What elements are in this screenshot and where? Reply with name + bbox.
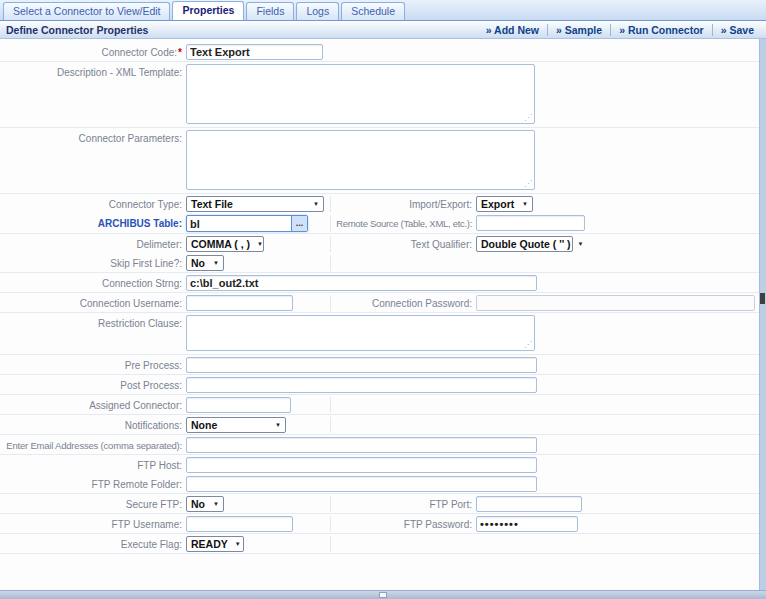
ftp-username-input[interactable] <box>186 516 293 532</box>
empty-cell <box>330 536 476 552</box>
run-connector-button[interactable]: » Run Connector <box>611 24 712 36</box>
tab-schedule[interactable]: Schedule <box>341 2 405 20</box>
ftp-port-label: FTP Port: <box>330 496 476 512</box>
save-button[interactable]: » Save <box>713 24 762 36</box>
restriction-clause-textarea[interactable] <box>186 315 535 351</box>
resize-grip-icon[interactable]: ⋰ <box>524 180 532 188</box>
tab-properties[interactable]: Properties <box>172 1 244 20</box>
description-label: Description - XML Template: <box>0 64 186 126</box>
post-process-input[interactable] <box>186 377 537 393</box>
connector-code-input[interactable] <box>186 44 323 60</box>
ftp-remote-folder-input[interactable] <box>186 476 537 492</box>
row-connection-string: Connection Strng: <box>0 273 766 293</box>
add-new-button[interactable]: » Add New <box>478 24 547 36</box>
toolbar-actions: » Add New » Sample » Run Connector » Sav… <box>478 21 762 38</box>
panel-title: Define Connector Properties <box>4 24 148 36</box>
row-delimeter: Delimeter: COMMA ( , ) ▼ Text Qualifier:… <box>0 234 766 253</box>
ftp-host-input[interactable] <box>186 457 537 473</box>
connection-username-input[interactable] <box>186 295 293 311</box>
notifications-select[interactable]: None ▼ <box>186 417 286 433</box>
assigned-connector-label: Assigned Connector: <box>0 397 186 413</box>
ftp-remote-folder-label: FTP Remote Folder: <box>0 476 186 492</box>
dropdown-arrow-icon: ▼ <box>213 501 219 507</box>
connector-code-label: Connector Code:* <box>0 44 186 60</box>
dropdown-arrow-icon: ▼ <box>235 541 241 547</box>
import-export-select[interactable]: Export ▼ <box>476 196 533 212</box>
post-process-label: Post Process: <box>0 377 186 393</box>
email-addresses-input[interactable] <box>186 437 537 453</box>
row-connector-parameters: Connector Parameters: ⋰ <box>0 128 766 194</box>
ftp-username-label: FTP Username: <box>0 516 186 532</box>
empty-cell <box>330 397 476 413</box>
pre-process-label: Pre Process: <box>0 357 186 373</box>
vertical-scrollbar[interactable] <box>759 39 766 590</box>
delimeter-label: Delimeter: <box>0 236 186 252</box>
tab-fields[interactable]: Fields <box>246 2 294 20</box>
remote-source-label: Remote Source (Table, XML, etc.): <box>330 215 476 232</box>
assigned-connector-input[interactable] <box>186 397 291 413</box>
row-ftp-credentials: FTP Username: FTP Password: <box>0 514 766 534</box>
row-assigned-connector: Assigned Connector: <box>0 395 766 415</box>
resize-grip-icon[interactable]: ⋰ <box>524 114 532 122</box>
row-pre-process: Pre Process: <box>0 355 766 375</box>
browse-button[interactable]: ... <box>291 216 307 231</box>
row-notifications: Notifications: None ▼ <box>0 415 766 435</box>
tab-select-connector[interactable]: Select a Connector to View/Edit <box>3 2 170 20</box>
row-restriction-clause: Restriction Clause: ⋰ <box>0 313 766 355</box>
archibus-table-combo: ... <box>186 215 308 232</box>
skip-first-line-label: Skip First Line?: <box>0 255 186 271</box>
connector-type-select[interactable]: Text File ▼ <box>186 196 324 212</box>
sample-button[interactable]: » Sample <box>548 24 610 36</box>
dropdown-arrow-icon: ▼ <box>275 422 281 428</box>
dropdown-arrow-icon: ▼ <box>213 260 219 266</box>
splitter-handle-icon[interactable] <box>379 592 387 598</box>
connection-string-label: Connection Strng: <box>0 275 186 291</box>
connection-username-label: Connection Username: <box>0 295 186 311</box>
empty-cell <box>330 255 476 271</box>
remote-source-input[interactable] <box>476 215 585 231</box>
connector-parameters-label: Connector Parameters: <box>0 130 186 192</box>
description-textarea[interactable] <box>186 64 535 124</box>
connector-properties-form: Connector Code:* Description - XML Templ… <box>0 39 766 590</box>
email-addresses-label: Enter Email Addresses (comma separated): <box>0 437 186 453</box>
tab-logs[interactable]: Logs <box>296 2 339 20</box>
resize-grip-icon[interactable]: ⋰ <box>524 341 532 349</box>
row-post-process: Post Process: <box>0 375 766 395</box>
row-description: Description - XML Template: ⋰ <box>0 62 766 128</box>
connection-string-input[interactable] <box>186 275 537 291</box>
row-ftp-host: FTP Host: <box>0 455 766 474</box>
bottom-splitter[interactable] <box>0 590 766 599</box>
pre-process-input[interactable] <box>186 357 537 373</box>
row-connection-credentials: Connection Username: Connection Password… <box>0 293 766 313</box>
delimeter-select[interactable]: COMMA ( , ) ▼ <box>186 236 264 252</box>
import-export-label: Import/Export: <box>330 196 476 212</box>
connector-type-label: Connector Type: <box>0 196 186 212</box>
dropdown-arrow-icon: ▼ <box>522 201 528 207</box>
row-connector-code: Connector Code:* <box>0 42 766 62</box>
connection-password-input[interactable] <box>476 295 755 311</box>
dropdown-arrow-icon: ▼ <box>578 241 584 247</box>
connection-password-label: Connection Password: <box>330 295 476 311</box>
ftp-host-label: FTP Host: <box>0 457 186 473</box>
row-secure-ftp: Secure FTP: No ▼ FTP Port: <box>0 494 766 514</box>
row-execute-flag: Execute Flag: READY ▼ <box>0 534 766 554</box>
archibus-table-input[interactable] <box>187 216 291 231</box>
restriction-clause-label: Restriction Clause: <box>0 315 186 353</box>
archibus-table-label: ARCHIBUS Table: <box>0 215 186 232</box>
ftp-password-input[interactable] <box>476 516 578 532</box>
ftp-port-input[interactable] <box>476 496 582 512</box>
dropdown-arrow-icon: ▼ <box>313 201 319 207</box>
secure-ftp-select[interactable]: No ▼ <box>186 496 224 512</box>
text-qualifier-label: Text Qualifier: <box>330 236 476 252</box>
row-connector-type: Connector Type: Text File ▼ Import/Expor… <box>0 194 766 213</box>
secure-ftp-label: Secure FTP: <box>0 496 186 512</box>
row-ftp-remote-folder: FTP Remote Folder: <box>0 474 766 494</box>
skip-first-line-select[interactable]: No ▼ <box>186 255 224 271</box>
tab-strip: Select a Connector to View/Edit Properti… <box>0 0 766 21</box>
scrollbar-thumb[interactable] <box>760 293 765 304</box>
connector-parameters-textarea[interactable] <box>186 130 535 190</box>
text-qualifier-select[interactable]: Double Quote ( '' ) ▼ <box>476 236 573 252</box>
notifications-label: Notifications: <box>0 417 186 433</box>
required-icon: * <box>178 47 182 58</box>
execute-flag-select[interactable]: READY ▼ <box>186 536 244 552</box>
